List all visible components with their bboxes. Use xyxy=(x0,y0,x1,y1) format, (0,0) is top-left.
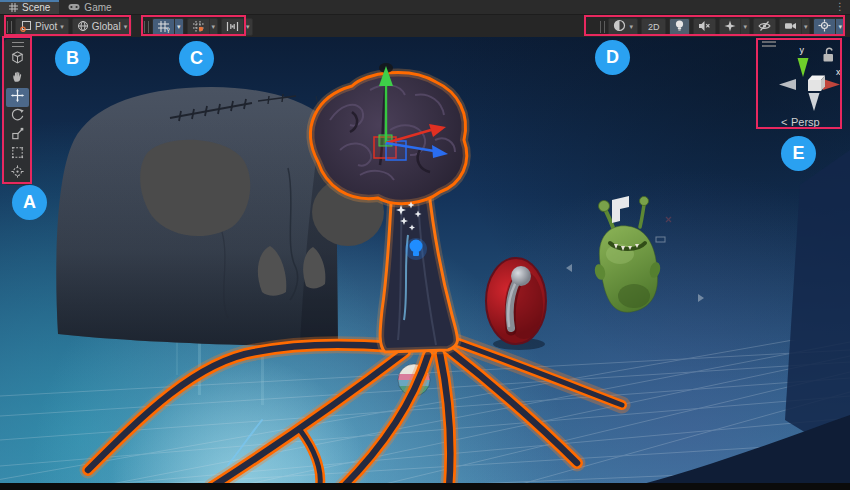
snap-increment-button[interactable] xyxy=(221,18,243,36)
chevron-down-icon: ▾ xyxy=(246,23,250,30)
2d-label: 2D xyxy=(646,22,662,32)
transform-settings-group: Pivot ▾ Global ▾ xyxy=(7,15,132,38)
overlay-drag-handle[interactable] xyxy=(7,21,12,33)
scale-tool-button[interactable] xyxy=(6,126,29,145)
view-hand-tool-button[interactable] xyxy=(6,69,29,88)
rect-tool-button[interactable] xyxy=(6,145,29,164)
grid-snapping-button[interactable] xyxy=(187,18,209,36)
chevron-down-icon: ▾ xyxy=(212,23,216,30)
shaded-sphere-icon xyxy=(613,19,626,34)
chevron-down-icon: ▾ xyxy=(838,23,842,30)
scale-icon xyxy=(10,126,25,145)
axis-y-label: y xyxy=(800,45,805,55)
rotate-tool-button[interactable] xyxy=(6,107,29,126)
svg-text:Y: Y xyxy=(166,27,170,34)
tab-bar: Scene Game ⋮ xyxy=(0,0,850,14)
chevron-down-icon: ▾ xyxy=(60,23,64,30)
camera-settings-dropdown[interactable]: ▾ xyxy=(801,18,811,36)
grid-axis-dropdown[interactable]: ▾ xyxy=(174,18,184,36)
chevron-down-icon: ▾ xyxy=(743,23,747,30)
chevron-down-icon: ▾ xyxy=(804,23,808,30)
light-gizmo-icon[interactable] xyxy=(405,238,427,260)
grid-snap-group: Y ▾ ▾ ▾ xyxy=(144,15,253,38)
eye-hidden-icon xyxy=(758,20,771,34)
overlay-drag-handle[interactable] xyxy=(600,21,605,33)
scene-viewport[interactable]: y x < Persp xyxy=(0,37,850,490)
gamepad-icon xyxy=(68,3,80,11)
axis-x-label: x xyxy=(836,67,841,77)
pivot-icon xyxy=(20,20,32,34)
projection-toggle[interactable]: < Persp xyxy=(781,116,820,128)
view-options-group: ▾ 2D ▾ ▾ xyxy=(600,15,845,38)
transform-tool-button[interactable] xyxy=(6,164,29,183)
globe-icon xyxy=(77,20,89,34)
overlay-drag-handle[interactable] xyxy=(762,42,776,46)
rect-icon xyxy=(10,145,25,164)
move-icon xyxy=(10,88,25,107)
scene-visibility-toggle[interactable] xyxy=(753,18,776,36)
orientation-gizmo-overlay[interactable]: y x < Persp xyxy=(756,38,842,130)
pivot-label: Pivot xyxy=(35,21,57,32)
move-tool-button[interactable] xyxy=(6,88,29,107)
snap-increment-dropdown[interactable]: ▾ xyxy=(243,18,253,36)
axis-cone-x xyxy=(823,79,840,90)
unlock-icon[interactable] xyxy=(824,48,834,61)
global-label: Global xyxy=(92,21,121,32)
chevron-down-icon: ▾ xyxy=(177,23,181,30)
scene-toolbar: Pivot ▾ Global ▾ Y ▾ ▾ xyxy=(0,14,850,37)
cube-icon xyxy=(10,50,25,69)
gizmos-icon xyxy=(818,19,831,34)
bottom-bar xyxy=(0,483,850,490)
scene-grid-icon xyxy=(9,3,18,12)
speaker-muted-icon xyxy=(698,20,711,34)
axis-cone-y xyxy=(798,58,809,77)
unity-scene-view: Scene Game ⋮ Pivot ▾ Global ▾ xyxy=(0,0,850,490)
global-mode-dropdown[interactable]: Global ▾ xyxy=(72,18,132,36)
overlay-drag-handle[interactable] xyxy=(12,42,24,47)
gizmos-dropdown[interactable]: ▾ xyxy=(835,18,845,36)
effects-dropdown[interactable]: ▾ xyxy=(740,18,750,36)
tab-options-kebab-icon[interactable]: ⋮ xyxy=(830,0,850,14)
rotate-icon xyxy=(10,107,25,126)
gizmos-toggle[interactable] xyxy=(813,18,835,36)
axis-cone-down xyxy=(809,93,820,111)
tab-game-label: Game xyxy=(84,2,111,13)
scene-render xyxy=(0,37,850,490)
transform-icon xyxy=(10,164,25,183)
draw-mode-dropdown[interactable]: ▾ xyxy=(608,18,638,36)
hand-icon xyxy=(10,69,25,88)
effects-star-icon xyxy=(724,20,736,34)
camera-settings-button[interactable] xyxy=(779,18,801,36)
chevron-down-icon: ▾ xyxy=(629,23,633,30)
pivot-mode-dropdown[interactable]: Pivot ▾ xyxy=(15,18,69,36)
chevron-down-icon: ▾ xyxy=(124,23,128,30)
axis-cone-left xyxy=(779,79,796,90)
grid-snapping-dropdown[interactable]: ▾ xyxy=(209,18,219,36)
2d-toggle[interactable]: 2D xyxy=(641,18,667,36)
lighting-toggle[interactable] xyxy=(669,18,690,36)
overlay-drag-handle[interactable] xyxy=(144,21,149,33)
persp-label: Persp xyxy=(791,116,820,128)
tab-scene[interactable]: Scene xyxy=(0,0,59,14)
tab-scene-label: Scene xyxy=(22,2,50,13)
camera-icon xyxy=(784,20,797,34)
gizmo-cube-front xyxy=(808,80,821,91)
persp-collapse-arrow: < xyxy=(781,116,787,128)
tab-game[interactable]: Game xyxy=(59,0,120,14)
audio-mute-toggle[interactable] xyxy=(693,18,716,36)
cube-tool-button[interactable] xyxy=(6,50,29,69)
light-bulb-icon xyxy=(674,19,685,34)
tools-overlay xyxy=(4,39,31,185)
grid-axis-button[interactable]: Y xyxy=(152,18,174,36)
effects-toggle[interactable] xyxy=(719,18,740,36)
